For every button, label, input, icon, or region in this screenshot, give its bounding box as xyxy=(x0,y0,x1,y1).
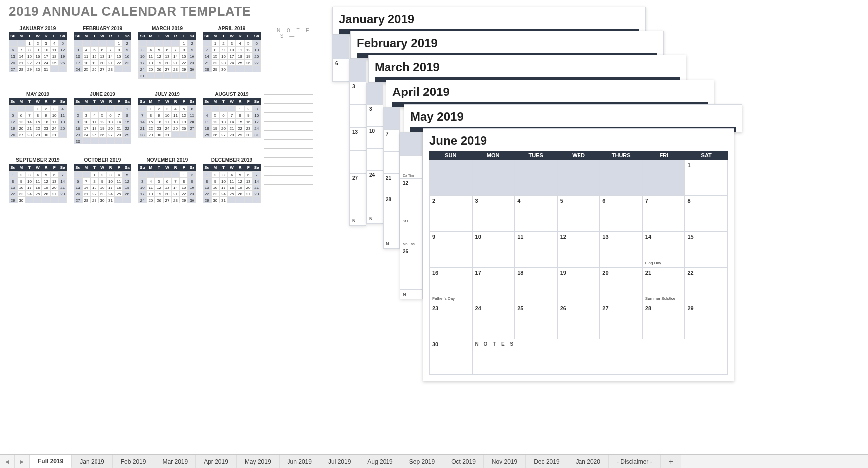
notes-line[interactable] xyxy=(264,68,313,77)
day-cell[interactable]: 15 xyxy=(685,232,728,268)
day-cell[interactable] xyxy=(643,160,685,196)
sheet-tab[interactable]: Jan 2019 xyxy=(72,455,112,468)
day-cell[interactable] xyxy=(515,160,558,196)
notes-line[interactable] xyxy=(264,193,313,202)
tab-nav-prev[interactable]: ◄ xyxy=(0,455,15,468)
mini-day-cell: 24 xyxy=(25,190,34,197)
mini-day-cell: 24 xyxy=(252,125,261,131)
notes-line[interactable] xyxy=(264,149,313,158)
mini-month: JULY 2019SuMTWRFSa1234567891011121314151… xyxy=(138,92,196,144)
sheet-tab[interactable]: Aug 2019 xyxy=(359,455,401,468)
peek-cell: Ma Eas xyxy=(400,224,422,247)
notes-line[interactable] xyxy=(264,50,313,59)
mini-day-cell: 1 xyxy=(115,40,123,46)
day-cell[interactable]: 17 xyxy=(473,268,515,303)
day-cell[interactable]: 10 xyxy=(473,232,515,268)
sheet-tab[interactable]: Mar 2019 xyxy=(154,455,196,468)
day-cell[interactable] xyxy=(600,160,643,196)
sheet-tab[interactable]: May 2019 xyxy=(237,455,280,468)
mini-day-cell: 23 xyxy=(155,125,163,131)
day-cell[interactable]: 9 xyxy=(430,232,473,268)
mini-day-cell: 25 xyxy=(34,190,42,197)
day-cell[interactable] xyxy=(558,160,600,196)
day-cell[interactable]: 29 xyxy=(685,303,728,339)
notes-line[interactable] xyxy=(264,167,313,176)
sheet-tab[interactable]: Jul 2019 xyxy=(320,455,359,468)
mini-day-cell: 6 xyxy=(98,46,107,53)
day-cell[interactable]: 8 xyxy=(685,196,728,232)
mini-day-header: Sa xyxy=(188,98,196,105)
notes-line[interactable] xyxy=(264,113,313,122)
day-cell[interactable]: 23 xyxy=(430,303,473,339)
day-header: SAT xyxy=(685,151,728,160)
day-cell[interactable] xyxy=(473,160,515,196)
mini-day-cell: 13 xyxy=(219,118,228,125)
mini-day-cell: 29 xyxy=(180,197,188,203)
notes-line[interactable] xyxy=(264,202,313,211)
notes-line[interactable] xyxy=(264,229,313,238)
mini-day-cell: 9 xyxy=(123,46,131,53)
notes-line[interactable] xyxy=(264,104,313,113)
day-cell[interactable]: 25 xyxy=(515,303,558,339)
day-cell[interactable]: 11 xyxy=(515,232,558,268)
day-cell[interactable]: 13 xyxy=(600,232,643,268)
day-cell[interactable]: 26 xyxy=(558,303,600,339)
sheet-tab[interactable]: - Disclaimer - xyxy=(609,455,661,468)
sheet-tab[interactable]: Oct 2019 xyxy=(443,455,484,468)
day-cell[interactable]: 28 xyxy=(643,303,685,339)
sheet-tab[interactable]: Full 2019 xyxy=(30,455,72,468)
day-cell[interactable]: 30 xyxy=(430,339,473,375)
day-cell[interactable]: 19 xyxy=(558,268,600,303)
mini-day-cell: 17 xyxy=(138,190,147,197)
day-cell[interactable]: 20 xyxy=(600,268,643,303)
day-cell[interactable]: 7 xyxy=(643,196,685,232)
mini-day-header: F xyxy=(180,98,188,105)
sheet-tab[interactable]: Feb 2019 xyxy=(113,455,155,468)
month-card-title: January 2019 xyxy=(339,12,639,26)
month-notes-cell[interactable]: N O T E S xyxy=(473,339,728,375)
sheet-tab[interactable]: Apr 2019 xyxy=(196,455,237,468)
sheet-tab[interactable]: Jan 2020 xyxy=(568,455,609,468)
day-cell[interactable]: 12 xyxy=(558,232,600,268)
day-cell[interactable]: 14Flag Day xyxy=(643,232,685,268)
day-cell[interactable]: 6 xyxy=(600,196,643,232)
notes-line[interactable] xyxy=(264,41,313,50)
notes-line[interactable] xyxy=(264,211,313,220)
notes-line[interactable] xyxy=(264,176,313,185)
mini-day-cell xyxy=(147,72,155,79)
sheet-tab[interactable]: Dec 2019 xyxy=(526,455,568,468)
sheet-tab[interactable]: Jun 2019 xyxy=(280,455,320,468)
tab-nav-next[interactable]: ► xyxy=(15,455,30,468)
day-cell[interactable]: 1 xyxy=(685,160,728,196)
day-cell[interactable]: 16Father's Day xyxy=(430,268,473,303)
notes-line[interactable] xyxy=(264,131,313,140)
day-cell[interactable]: 27 xyxy=(600,303,643,339)
mini-day-cell: 4 xyxy=(90,112,98,118)
day-cell[interactable]: 4 xyxy=(515,196,558,232)
day-cell[interactable] xyxy=(430,160,473,196)
mini-month-title: JUNE 2019 xyxy=(74,92,131,97)
day-cell[interactable]: 22 xyxy=(685,268,728,303)
sheet-tab[interactable]: Nov 2019 xyxy=(484,455,526,468)
sheet-tab[interactable]: Sep 2019 xyxy=(401,455,443,468)
add-sheet-button[interactable]: + xyxy=(661,455,681,468)
day-cell[interactable]: 24 xyxy=(473,303,515,339)
day-cell[interactable]: 2 xyxy=(430,196,473,232)
mini-day-header: M xyxy=(147,32,155,40)
notes-line[interactable] xyxy=(264,86,313,95)
notes-line[interactable] xyxy=(264,158,313,167)
notes-line[interactable] xyxy=(264,95,313,104)
mini-day-cell: 10 xyxy=(163,112,172,118)
mini-day-cell: 20 xyxy=(74,190,82,197)
day-cell[interactable]: 5 xyxy=(558,196,600,232)
mini-day-cell: 14 xyxy=(106,53,115,59)
notes-line[interactable] xyxy=(264,220,313,229)
notes-line[interactable] xyxy=(264,140,313,149)
notes-line[interactable] xyxy=(264,185,313,193)
day-cell[interactable]: 3 xyxy=(473,196,515,232)
notes-line[interactable] xyxy=(264,122,313,131)
day-cell[interactable]: 21Summer Solstice xyxy=(643,268,685,303)
notes-line[interactable] xyxy=(264,59,313,68)
day-cell[interactable]: 18 xyxy=(515,268,558,303)
notes-line[interactable] xyxy=(264,77,313,86)
